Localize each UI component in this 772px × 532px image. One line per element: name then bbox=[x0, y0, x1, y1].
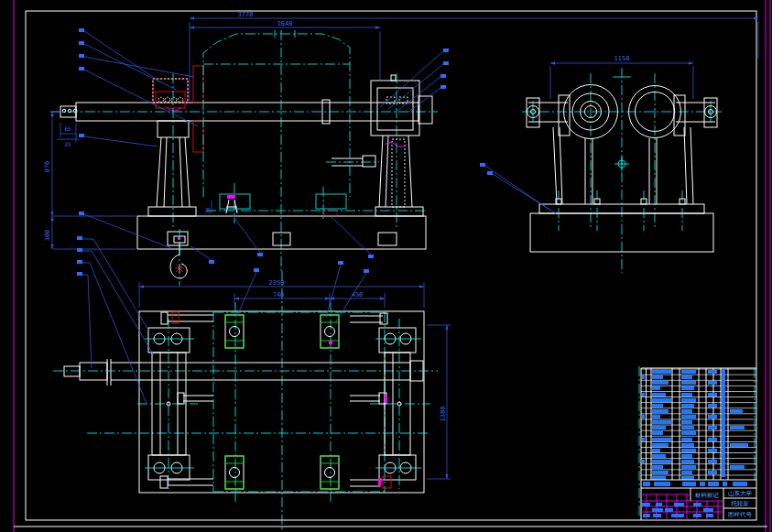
balloon-flag bbox=[77, 236, 82, 240]
title-organization: 山东大学 bbox=[728, 490, 753, 497]
dim-plan-bolt-span: 740 bbox=[273, 291, 285, 299]
balloon-flag bbox=[79, 134, 84, 137]
balloon-flag bbox=[77, 260, 82, 264]
lifting-hook bbox=[170, 229, 187, 286]
side-view: 1150 bbox=[480, 55, 722, 273]
dim-shaft-b: 25 bbox=[64, 141, 71, 147]
balloon-flag bbox=[79, 67, 84, 71]
balloon-flag bbox=[480, 163, 485, 167]
balloon-flag bbox=[79, 28, 84, 32]
left-bearing bbox=[153, 66, 203, 152]
front-balloons bbox=[79, 28, 449, 264]
housing-outline bbox=[203, 30, 427, 273]
anchor-mark bbox=[227, 195, 235, 199]
balloon-flag bbox=[209, 260, 214, 264]
dim-pad: 20 bbox=[204, 207, 211, 214]
balloon-flag bbox=[368, 255, 374, 258]
balloon-flag bbox=[79, 54, 84, 58]
balloon-flag bbox=[440, 85, 446, 89]
balloon-flag bbox=[443, 49, 449, 52]
bedplate-front bbox=[137, 195, 426, 249]
plan-view: 2350 740 450 1380 bbox=[53, 236, 451, 529]
balloon-flag bbox=[487, 171, 493, 175]
plan-housing-outline bbox=[213, 312, 385, 492]
dim-front-total: 3770 bbox=[238, 11, 254, 18]
dim-front-housing: 1640 bbox=[277, 20, 293, 27]
balloon-flag bbox=[79, 41, 84, 45]
balloon-flag bbox=[254, 268, 259, 272]
drawing-canvas[interactable]: 3770 1640 870 300 65 25 20 bbox=[0, 0, 772, 532]
dim-plan-width: 1380 bbox=[440, 407, 447, 422]
balloon-flag bbox=[79, 212, 84, 215]
dim-front-base-height: 300 bbox=[44, 230, 51, 242]
balloon-flag bbox=[443, 61, 449, 65]
title-drawing-no-label: 图样代号 bbox=[728, 511, 753, 518]
title-block: 材料标记 山东大学 托轮架 图样代号 bbox=[641, 488, 756, 520]
side-balloons bbox=[480, 163, 556, 213]
shaft-plan bbox=[53, 359, 438, 385]
balloon-flag bbox=[77, 248, 82, 252]
right-bearing bbox=[326, 73, 423, 229]
front-view: 3770 1640 870 300 65 25 20 bbox=[44, 11, 758, 286]
shaft-front bbox=[50, 96, 438, 124]
plan-balloons bbox=[77, 236, 369, 404]
title-project: 托轮架 bbox=[730, 500, 749, 507]
balloon-flag bbox=[364, 269, 369, 273]
side-columns bbox=[553, 127, 693, 204]
dim-shaft-a: 65 bbox=[64, 125, 71, 132]
balloon-flag bbox=[338, 261, 343, 265]
dim-plan-length: 2350 bbox=[269, 279, 285, 287]
bom-header-blocks bbox=[641, 480, 756, 486]
title-block-field-blocks bbox=[642, 503, 713, 517]
balloon-flag bbox=[77, 272, 82, 276]
dim-front-height: 870 bbox=[44, 161, 51, 173]
plan-tie-rods bbox=[160, 312, 391, 488]
balloon-flag bbox=[257, 253, 263, 256]
balloon-flag bbox=[440, 74, 446, 78]
title-material-label: 材料标记 bbox=[694, 492, 720, 499]
dim-side-width: 1150 bbox=[614, 55, 630, 62]
